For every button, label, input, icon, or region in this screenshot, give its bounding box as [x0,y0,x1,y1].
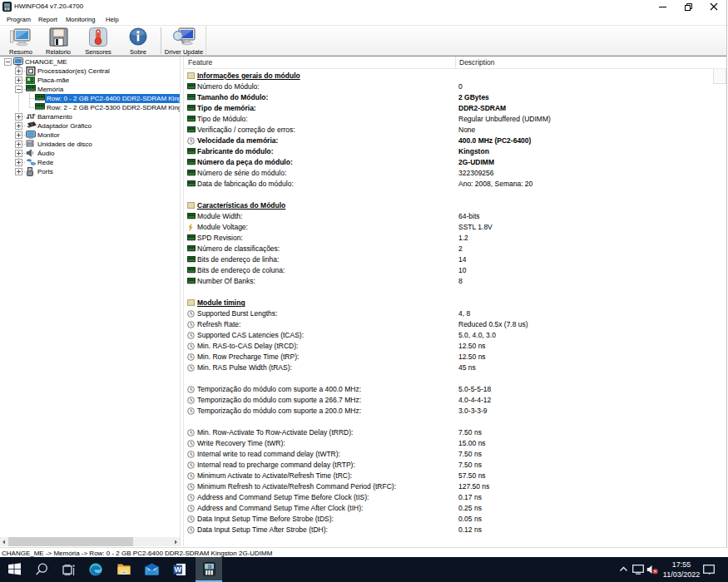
svg-text:W: W [174,565,181,574]
